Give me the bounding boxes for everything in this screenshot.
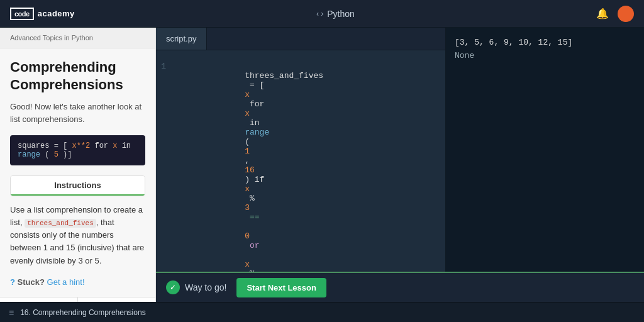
code-assign: = [	[245, 80, 264, 90]
code-comma: ,	[245, 156, 250, 165]
way-to-go: ✓ Way to go!	[166, 280, 226, 294]
code-in: in	[122, 142, 131, 150]
bottom-bar: ✓ Way to go! Start Next Lesson	[156, 272, 644, 302]
status-lesson-label: 16. Comprehending Comprehensions	[20, 308, 145, 317]
editor-area: script.py 1 threes_and_fives = [ x for x…	[156, 28, 445, 272]
instructions-tab[interactable]: Instructions	[11, 176, 145, 196]
code-range2: range	[245, 128, 269, 137]
top-nav: code academy ‹ › Python 🔔	[0, 0, 644, 28]
logo[interactable]: code academy	[10, 8, 75, 20]
breadcrumb: Advanced Topics in Python	[0, 28, 155, 48]
code-for2: for	[245, 99, 269, 109]
code-paren2: ) if	[245, 175, 269, 184]
code-space1	[245, 222, 250, 231]
nav-center: ‹ › Python	[316, 9, 355, 19]
line-num-1: 1	[156, 62, 176, 71]
qa-forum-link[interactable]: Q&A Forum	[0, 297, 78, 302]
code-x3: x	[245, 184, 250, 194]
code-line-1: 1 threes_and_fives = [ x for x in range …	[156, 60, 445, 272]
inline-code-threes: threes_and_fives	[25, 219, 96, 228]
output-line-2: None	[455, 50, 635, 63]
logo-box: code	[10, 8, 34, 20]
stuck-icon: ?	[10, 277, 15, 287]
code-zero1: 0	[245, 231, 250, 241]
user-avatar[interactable]	[618, 6, 634, 22]
code-in2: in	[245, 118, 264, 128]
way-to-go-label: Way to go!	[185, 282, 226, 292]
code-var-threes: threes_and_fives	[245, 71, 323, 80]
code-var: squares	[18, 142, 49, 150]
logo-text: academy	[38, 9, 75, 18]
code-space2	[245, 250, 250, 260]
code-x: x	[113, 142, 117, 150]
code-5: 5	[54, 150, 58, 159]
script-py-tab[interactable]: script.py	[156, 28, 207, 50]
bell-icon[interactable]: 🔔	[596, 8, 609, 19]
code-range-args: (	[45, 150, 49, 159]
code-eq1: ==	[245, 213, 259, 222]
code-range: range	[18, 150, 40, 159]
nav-right: 🔔	[596, 6, 634, 22]
code-x-var: x	[245, 90, 250, 99]
code-close: )]	[63, 150, 72, 159]
glossary-link[interactable]: Glossary	[78, 297, 155, 302]
code-or: or	[245, 241, 259, 250]
output-body: [3, 5, 6, 9, 10, 12, 15] None	[446, 28, 644, 272]
output-line-1: [3, 5, 6, 9, 10, 12, 15]	[455, 36, 635, 50]
code-equals: = [	[54, 142, 68, 150]
sidebar-content: Comprehending Comprehensions Good! Now l…	[0, 48, 155, 297]
code-mod1: %	[245, 194, 259, 203]
editor-body[interactable]: 1 threes_and_fives = [ x for x in range …	[156, 50, 445, 272]
lesson-desc: Good! Now let's take another look at lis…	[10, 101, 145, 125]
code-3: 3	[245, 203, 250, 213]
check-circle-icon: ✓	[166, 280, 180, 294]
status-bar: ≡ 16. Comprehending Comprehensions	[0, 302, 644, 322]
code-x4: x	[245, 260, 250, 269]
code-x2-var: x	[245, 109, 250, 118]
output-pane: [3, 5, 6, 9, 10, 12, 15] None	[445, 28, 644, 272]
main-area: Advanced Topics in Python Comprehending …	[0, 28, 644, 302]
code-example-block: squares = [ x**2 for x in range ( 5 )]	[10, 135, 145, 165]
code-x2: x**2	[72, 142, 90, 150]
stuck-text: Stuck?	[18, 277, 45, 287]
editor-tab-bar: script.py	[156, 28, 445, 50]
code-1: 1	[245, 147, 250, 156]
start-next-lesson-button[interactable]: Start Next Lesson	[236, 278, 326, 297]
sidebar: Advanced Topics in Python Comprehending …	[0, 28, 156, 302]
stuck-bar: ? Stuck? Get a hint!	[10, 277, 145, 287]
lesson-title: Comprehending Comprehensions	[10, 58, 145, 93]
instructions-tab-bar: Instructions	[10, 175, 145, 196]
hint-link[interactable]: Get a hint!	[47, 277, 85, 287]
line-content-1[interactable]: threes_and_fives = [ x for x in range ( …	[176, 62, 323, 272]
python-bracket-icon: ‹ ›	[316, 9, 323, 18]
sidebar-footer: Q&A Forum Glossary	[0, 297, 155, 302]
language-label: Python	[327, 9, 355, 19]
hamburger-icon[interactable]: ≡	[9, 308, 14, 318]
code-16: 16	[245, 165, 255, 175]
instructions-text: Use a list comprehension to create a lis…	[10, 204, 145, 267]
code-paren1: (	[245, 137, 250, 147]
code-for: for	[94, 142, 113, 150]
